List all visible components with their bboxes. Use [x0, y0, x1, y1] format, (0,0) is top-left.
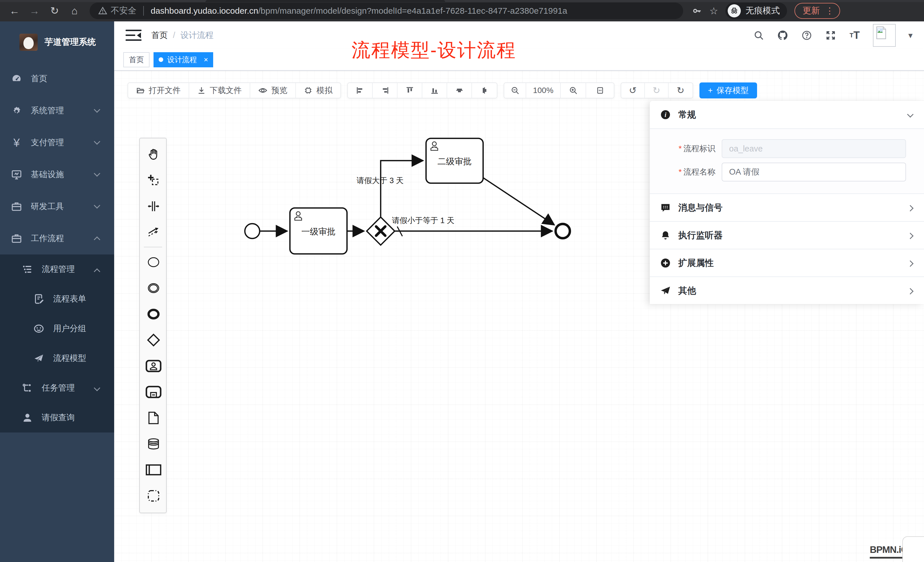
space-tool-icon[interactable] — [140, 193, 167, 219]
user-task-tool[interactable] — [140, 353, 167, 379]
bell-icon — [660, 230, 671, 241]
browser-menu-icon[interactable]: ⋮ — [825, 6, 834, 16]
participant-pool-tool[interactable] — [140, 457, 167, 483]
browser-forward-icon[interactable]: → — [24, 5, 45, 17]
end-event[interactable] — [556, 224, 570, 238]
end-event-tool[interactable] — [140, 301, 167, 327]
undo-button[interactable]: ↺ — [621, 83, 645, 98]
password-key-icon[interactable] — [692, 6, 702, 16]
download-file-button[interactable]: 下载文件 — [189, 83, 250, 98]
flow-label-gt3[interactable]: 请假大于 3 天 — [356, 176, 404, 185]
breadcrumb: 首页 / 设计流程 — [151, 30, 213, 41]
security-warning[interactable]: 不安全 — [98, 5, 136, 16]
bpmn-diagram[interactable]: 一级审批 二级审批 请假大于 3 天 请假小于等于 1 天 — [234, 123, 605, 271]
sidebar-item-process-model[interactable]: 流程模型 — [0, 343, 114, 373]
process-key-label: *流程标识 — [650, 143, 716, 154]
tab-home[interactable]: 首页 — [123, 52, 150, 67]
help-icon[interactable] — [801, 30, 812, 41]
lasso-tool-icon[interactable] — [140, 167, 167, 193]
zoom-reset-button[interactable] — [586, 83, 614, 98]
process-key-input[interactable] — [722, 139, 906, 158]
restart-button[interactable]: ↻ — [669, 83, 693, 98]
user-task-level1[interactable]: 一级审批 — [290, 208, 347, 254]
zoom-level[interactable]: 100% — [526, 83, 561, 98]
breadcrumb-home[interactable]: 首页 — [151, 30, 168, 41]
search-icon[interactable] — [753, 30, 765, 41]
section-label: 消息与信号 — [678, 202, 723, 214]
avatar[interactable] — [873, 24, 896, 47]
github-icon[interactable] — [777, 30, 789, 41]
browser-back-icon[interactable]: ← — [4, 5, 24, 17]
start-event[interactable] — [245, 224, 260, 238]
hand-tool-icon[interactable] — [140, 141, 167, 167]
align-bottom-button[interactable] — [422, 83, 447, 98]
zoom-out-button[interactable] — [504, 83, 526, 98]
align-right-button[interactable] — [373, 83, 398, 98]
open-file-button[interactable]: 打开文件 — [128, 83, 189, 98]
zoom-level-value: 100% — [533, 86, 554, 95]
browser-reload-icon[interactable]: ↻ — [45, 5, 64, 17]
bpmn-canvas[interactable]: 打开文件 下载文件 预览 模拟 — [114, 71, 924, 562]
download-icon — [197, 86, 206, 95]
global-connect-icon[interactable] — [140, 219, 167, 245]
subprocess-tool[interactable] — [140, 379, 167, 405]
avatar-dropdown-icon[interactable]: ▾ — [908, 30, 913, 40]
chevron-up-icon — [94, 237, 100, 243]
preview-button[interactable]: 预览 — [250, 83, 296, 98]
user-task-level2[interactable]: 二级审批 — [426, 138, 483, 183]
data-store-tool[interactable] — [140, 431, 167, 457]
sidebar-item-user-group[interactable]: 用户分组 — [0, 314, 114, 343]
fullscreen-icon[interactable] — [825, 30, 836, 41]
section-extended-attrs[interactable]: 扩展属性 — [650, 249, 924, 276]
sidebar-item-system[interactable]: 系统管理 — [0, 95, 114, 127]
address-bar[interactable]: 不安全 dashboard.yudao.iocoder.cn/bpm/manag… — [90, 3, 683, 19]
align-middle-button[interactable] — [447, 83, 472, 98]
align-top-button[interactable] — [398, 83, 422, 98]
sidebar-item-process-mgmt[interactable]: 流程管理 — [0, 255, 114, 284]
group-tool[interactable] — [140, 483, 167, 509]
tab-design-process[interactable]: 设计流程 × — [153, 52, 213, 67]
gateway-tool[interactable] — [140, 327, 167, 353]
sidebar-collapse-icon[interactable] — [126, 29, 141, 42]
properties-panel: i 常规 *流程标识 *流程名称 — [650, 101, 924, 304]
browser-update-button[interactable]: 更新 ⋮ — [795, 3, 840, 19]
browser-home-icon[interactable]: ⌂ — [64, 5, 84, 17]
paper-plane-icon — [33, 352, 45, 364]
section-message-signal[interactable]: 消息与信号 — [650, 193, 924, 221]
font-size-icon[interactable]: TT — [849, 30, 860, 41]
sidebar-item-workflow[interactable]: 工作流程 — [0, 223, 114, 255]
sidebar-item-payment[interactable]: ¥ 支付管理 — [0, 127, 114, 159]
intermediate-event-tool[interactable] — [140, 275, 167, 301]
sidebar-item-label: 请假查询 — [42, 412, 75, 423]
gear-icon — [11, 105, 22, 116]
simulate-button[interactable]: 模拟 — [296, 83, 340, 98]
section-other[interactable]: 其他 — [650, 276, 924, 304]
app-logo-row[interactable]: 芋道管理系统 — [0, 21, 114, 63]
bookmark-star-icon[interactable]: ☆ — [710, 5, 718, 16]
exclusive-gateway[interactable] — [367, 217, 394, 245]
section-execution-listener[interactable]: 执行监听器 — [650, 221, 924, 249]
data-object-tool[interactable] — [140, 405, 167, 431]
app-header: 首页 / 设计流程 TT ▾ — [114, 21, 924, 49]
start-event-tool[interactable] — [140, 249, 167, 275]
flow-task2-to-end[interactable] — [483, 178, 554, 225]
save-model-button[interactable]: + 保存模型 — [699, 82, 757, 99]
redo-button[interactable]: ↻ — [645, 83, 669, 98]
process-name-input[interactable] — [722, 163, 906, 181]
tab-close-icon[interactable]: × — [204, 55, 208, 64]
zoom-in-button[interactable] — [561, 83, 586, 98]
security-label: 不安全 — [111, 5, 136, 16]
sidebar-item-leave-query[interactable]: 请假查询 — [0, 403, 114, 433]
minimap-toggle[interactable] — [902, 537, 924, 562]
browser-chrome: ← → ↻ ⌂ 不安全 dashboard.yudao.iocoder.cn/b… — [0, 0, 924, 21]
align-center-button[interactable] — [472, 83, 497, 98]
flow-gateway-to-task2[interactable] — [381, 160, 423, 217]
align-left-button[interactable] — [348, 83, 373, 98]
sidebar-item-home[interactable]: 首页 — [0, 63, 114, 95]
flow-label-le1[interactable]: 请假小于等于 1 天 — [392, 216, 454, 225]
sidebar-item-task-mgmt[interactable]: 任务管理 — [0, 373, 114, 403]
section-general-header[interactable]: i 常规 — [650, 101, 924, 128]
sidebar-item-devtools[interactable]: 研发工具 — [0, 190, 114, 223]
sidebar-item-infra[interactable]: 基础设施 — [0, 159, 114, 190]
sidebar-item-process-form[interactable]: 流程表单 — [0, 284, 114, 314]
